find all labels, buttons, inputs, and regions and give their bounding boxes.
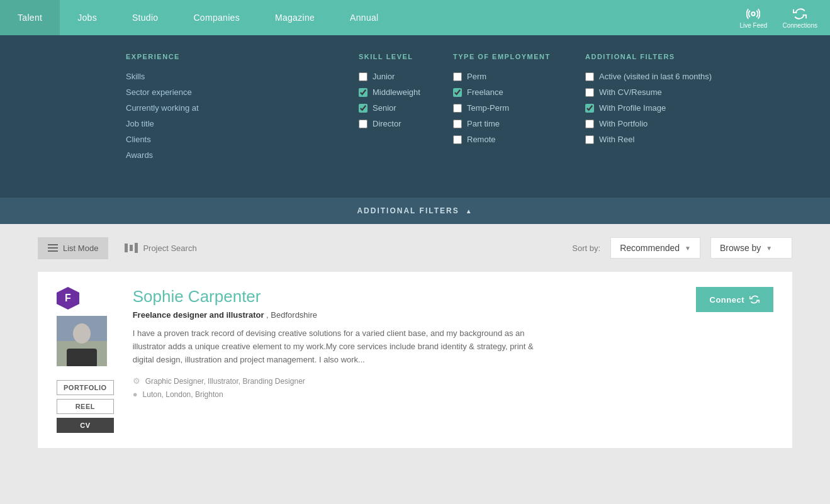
profile-bio: I have a proven track record of devising… — [133, 327, 536, 366]
connections-icon — [793, 7, 807, 21]
card-avatar-section: F PORTFOLIO REEL CV — [57, 287, 536, 433]
add-cv-checkbox[interactable] — [585, 88, 594, 97]
sort-by-label: Sort by: — [572, 244, 600, 253]
additional-toggle-label: ADDITIONAL FILTERS — [357, 206, 459, 215]
employ-freelance-checkbox[interactable] — [453, 88, 462, 97]
skill-middleweight[interactable]: Middleweight — [359, 87, 453, 97]
skill-senior-checkbox[interactable] — [359, 104, 367, 113]
svg-point-3 — [73, 323, 91, 344]
filter-sector-link[interactable]: Sector experience — [126, 87, 359, 97]
live-feed-icon — [746, 7, 760, 21]
connect-icon — [749, 294, 760, 305]
navigation: Talent Jobs Studio Companies Magazine An… — [0, 0, 830, 35]
skill-heading: SKILL LEVEL — [359, 53, 453, 60]
filter-employment: TYPE OF EMPLOYMENT Perm Freelance Temp-P… — [453, 53, 585, 166]
connections-button[interactable]: Connections — [782, 7, 817, 29]
filter-panel: EXPERIENCE Skills Sector experience Curr… — [0, 35, 830, 198]
card-header: F PORTFOLIO REEL CV — [57, 287, 773, 433]
filter-awards-link[interactable]: Awards — [126, 150, 359, 160]
profile-name: Sophie Carpenter — [133, 287, 536, 306]
add-reel-checkbox[interactable] — [585, 135, 594, 144]
list-mode-button[interactable]: List Mode — [38, 237, 108, 259]
skill-director[interactable]: Director — [359, 119, 453, 128]
skill-junior-checkbox[interactable] — [359, 72, 367, 81]
toolbar-row: List Mode Project Search Sort by: Recomm… — [38, 237, 792, 259]
profile-card: F PORTFOLIO REEL CV — [38, 272, 792, 448]
add-profile-image-checkbox[interactable] — [585, 104, 594, 113]
svg-point-0 — [752, 12, 756, 16]
employ-perm-checkbox[interactable] — [453, 72, 462, 81]
recommended-dropdown-arrow: ▼ — [685, 245, 691, 252]
additional-heading: ADDITIONAL FILTERS — [585, 53, 743, 60]
project-search-icon — [125, 243, 138, 253]
employ-part-time[interactable]: Part time — [453, 119, 585, 128]
skill-middleweight-checkbox[interactable] — [359, 88, 367, 97]
filter-clients-link[interactable]: Clients — [126, 135, 359, 144]
skill-senior[interactable]: Senior — [359, 103, 453, 113]
add-active[interactable]: Active (visited in last 6 months) — [585, 72, 743, 81]
add-portfolio-checkbox[interactable] — [585, 120, 594, 128]
experience-heading: EXPERIENCE — [126, 53, 359, 60]
specialties-icon: ⚙ — [133, 376, 140, 386]
card-left-col: F PORTFOLIO REEL CV — [57, 287, 114, 433]
employ-remote[interactable]: Remote — [453, 135, 585, 144]
live-feed-button[interactable]: Live Feed — [739, 7, 767, 29]
card-meta: ⚙ Graphic Designer, Illustrator, Brandin… — [133, 376, 536, 399]
project-search-button[interactable]: Project Search — [118, 237, 203, 259]
filter-additional: ADDITIONAL FILTERS Active (visited in la… — [585, 53, 743, 166]
card-info: Sophie Carpenter Freelance designer and … — [133, 287, 536, 433]
additional-toggle-button[interactable]: ADDITIONAL FILTERS ▲ — [338, 198, 491, 224]
skill-director-checkbox[interactable] — [359, 120, 367, 128]
avatar-badge: F — [57, 287, 79, 310]
nav-actions: Live Feed Connections — [739, 0, 830, 35]
employ-temp-perm[interactable]: Temp-Perm — [453, 103, 585, 113]
main-content: List Mode Project Search Sort by: Recomm… — [0, 224, 830, 471]
avatar-image — [57, 316, 107, 366]
browse-by-dropdown[interactable]: Browse by ▼ — [710, 237, 792, 259]
filter-skills-link[interactable]: Skills — [126, 72, 359, 81]
add-active-checkbox[interactable] — [585, 72, 594, 81]
recommended-dropdown[interactable]: Recommended ▼ — [610, 237, 700, 259]
filter-skill-level: SKILL LEVEL Junior Middleweight Senior D… — [359, 53, 453, 166]
add-cv[interactable]: With CV/Resume — [585, 87, 743, 97]
portfolio-tag[interactable]: PORTFOLIO — [57, 380, 114, 395]
cv-tag[interactable]: CV — [57, 418, 114, 433]
browse-by-dropdown-arrow: ▼ — [766, 245, 772, 252]
additional-toggle-bar: ADDITIONAL FILTERS ▲ — [0, 198, 830, 224]
location-icon: ● — [133, 389, 138, 399]
toggle-arrow-icon: ▲ — [466, 208, 473, 215]
add-reel[interactable]: With Reel — [585, 135, 743, 144]
employ-remote-checkbox[interactable] — [453, 135, 462, 144]
avatar — [57, 316, 107, 366]
meta-specialties: ⚙ Graphic Designer, Illustrator, Brandin… — [133, 376, 536, 386]
filter-working-link[interactable]: Currently working at — [126, 103, 359, 113]
employ-temp-perm-checkbox[interactable] — [453, 104, 462, 113]
add-portfolio[interactable]: With Portfolio — [585, 119, 743, 128]
nav-annual[interactable]: Annual — [332, 0, 396, 35]
reel-tag[interactable]: REEL — [57, 399, 114, 414]
card-tags: PORTFOLIO REEL CV — [57, 380, 114, 433]
connect-button[interactable]: Connect — [696, 287, 774, 312]
nav-studio[interactable]: Studio — [115, 0, 176, 35]
filter-sections: EXPERIENCE Skills Sector experience Curr… — [126, 53, 805, 166]
meta-locations: ● Luton, London, Brighton — [133, 389, 536, 399]
nav-jobs[interactable]: Jobs — [60, 0, 115, 35]
employment-heading: TYPE OF EMPLOYMENT — [453, 53, 585, 60]
nav-magazine[interactable]: Magazine — [257, 0, 332, 35]
employ-part-time-checkbox[interactable] — [453, 120, 462, 128]
svg-rect-4 — [67, 349, 97, 366]
nav-talent[interactable]: Talent — [0, 0, 60, 35]
add-profile-image[interactable]: With Profile Image — [585, 103, 743, 113]
filter-experience: EXPERIENCE Skills Sector experience Curr… — [126, 53, 359, 166]
employ-perm[interactable]: Perm — [453, 72, 585, 81]
profile-title: Freelance designer and illustrator , Bed… — [133, 310, 536, 320]
filter-jobtitle-link[interactable]: Job title — [126, 119, 359, 128]
skill-junior[interactable]: Junior — [359, 72, 453, 81]
list-mode-icon — [48, 244, 58, 252]
nav-companies[interactable]: Companies — [176, 0, 257, 35]
employ-freelance[interactable]: Freelance — [453, 87, 585, 97]
